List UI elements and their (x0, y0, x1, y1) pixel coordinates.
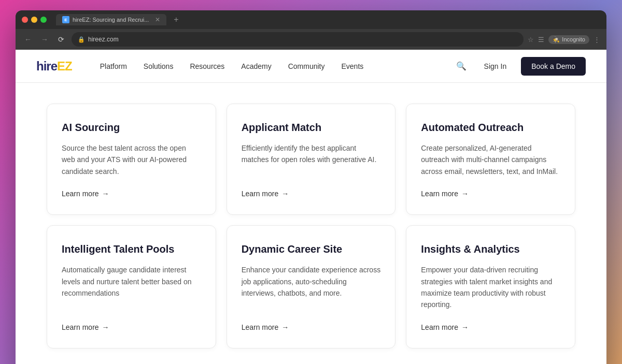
forward-button[interactable]: → (38, 33, 51, 46)
card-insights-analytics-desc: Empower your data-driven recruiting stra… (421, 264, 560, 311)
card-applicant-match: Applicant Match Efficiently identify the… (227, 104, 396, 215)
menu-icon[interactable]: ⋮ (593, 36, 600, 43)
arrow-icon: → (281, 323, 289, 331)
nav-solutions[interactable]: Solutions (136, 58, 181, 75)
maximize-window-button[interactable] (40, 17, 47, 23)
close-window-button[interactable] (22, 17, 28, 23)
card-applicant-match-desc: Efficiently identify the best applicant … (242, 142, 381, 177)
browser-titlebar: E hireEZ: Sourcing and Recrui... ✕ + (16, 10, 606, 29)
card-career-site: Dynamic Career Site Enhance your candida… (227, 225, 396, 348)
card-career-site-title: Dynamic Career Site (242, 242, 381, 256)
card-career-site-desc: Enhance your candidate experience across… (242, 264, 381, 311)
search-icon[interactable]: 🔍 (453, 58, 470, 74)
nav-resources[interactable]: Resources (182, 58, 232, 75)
card-ai-sourcing-desc: Source the best talent across the open w… (62, 142, 201, 177)
nav-community[interactable]: Community (281, 58, 332, 75)
card-automated-outreach-title: Automated Outreach (421, 121, 560, 134)
card-career-site-link[interactable]: Learn more → (242, 323, 381, 331)
card-automated-outreach-desc: Create personalized, AI-generated outrea… (421, 142, 560, 177)
card-applicant-match-title: Applicant Match (242, 121, 381, 134)
card-talent-pools-link-label: Learn more (62, 323, 99, 331)
minimize-window-button[interactable] (31, 17, 37, 23)
arrow-icon: → (102, 323, 109, 331)
tab-title: hireEZ: Sourcing and Recrui... (73, 17, 149, 23)
incognito-icon: 🕵 (553, 36, 560, 43)
logo-ez: EZ (57, 59, 72, 74)
card-insights-analytics-title: Insights & Analytics (421, 242, 560, 256)
card-ai-sourcing-link-label: Learn more (62, 190, 99, 198)
browser-toolbar: ← → ⟳ 🔒 hireez.com ☆ ☰ 🕵 Incognito ⋮ (16, 29, 606, 50)
card-automated-outreach-link-label: Learn more (421, 190, 458, 198)
card-insights-analytics-link-label: Learn more (421, 323, 458, 331)
arrow-icon: → (102, 190, 109, 198)
browser-window: E hireEZ: Sourcing and Recrui... ✕ + ← →… (16, 10, 606, 364)
card-insights-analytics: Insights & Analytics Empower your data-d… (406, 225, 575, 348)
extensions-icon[interactable]: ☰ (538, 36, 544, 43)
arrow-icon: → (281, 190, 289, 198)
page-content: hireEZ Platform Solutions Resources Acad… (16, 50, 606, 364)
card-talent-pools-desc: Automatically gauge candidate interest l… (62, 264, 201, 311)
tab-favicon: E (62, 16, 69, 23)
logo[interactable]: hireEZ (36, 59, 72, 74)
navbar: hireEZ Platform Solutions Resources Acad… (16, 50, 606, 83)
traffic-lights (22, 17, 47, 23)
card-talent-pools: Intelligent Talent Pools Automatically g… (47, 225, 216, 348)
incognito-label: Incognito (562, 36, 585, 42)
card-automated-outreach-link[interactable]: Learn more → (421, 190, 560, 198)
card-applicant-match-link-label: Learn more (242, 190, 279, 198)
arrow-icon: → (461, 323, 469, 331)
signin-button[interactable]: Sign In (476, 58, 515, 75)
card-talent-pools-link[interactable]: Learn more → (62, 323, 201, 331)
nav-links: Platform Solutions Resources Academy Com… (93, 58, 453, 75)
new-tab-button[interactable]: + (174, 15, 178, 24)
bookmark-icon[interactable]: ☆ (528, 36, 534, 43)
toolbar-right: ☆ ☰ 🕵 Incognito ⋮ (528, 35, 600, 44)
incognito-badge: 🕵 Incognito (548, 35, 589, 44)
lock-icon: 🔒 (78, 36, 85, 43)
card-ai-sourcing: AI Sourcing Source the best talent acros… (47, 104, 216, 215)
arrow-icon: → (461, 190, 469, 198)
card-ai-sourcing-title: AI Sourcing (62, 121, 201, 134)
back-button[interactable]: ← (22, 33, 34, 46)
nav-actions: 🔍 Sign In Book a Demo (453, 57, 586, 76)
card-insights-analytics-link[interactable]: Learn more → (421, 323, 560, 331)
browser-tab[interactable]: E hireEZ: Sourcing and Recrui... ✕ (56, 14, 166, 25)
nav-academy[interactable]: Academy (234, 58, 278, 75)
card-applicant-match-link[interactable]: Learn more → (242, 190, 381, 198)
nav-platform[interactable]: Platform (93, 58, 134, 75)
card-ai-sourcing-link[interactable]: Learn more → (62, 190, 201, 198)
address-bar[interactable]: 🔒 hireez.com (72, 32, 524, 47)
reload-button[interactable]: ⟳ (55, 33, 67, 46)
card-career-site-link-label: Learn more (242, 323, 279, 331)
book-demo-button[interactable]: Book a Demo (521, 57, 586, 76)
nav-events[interactable]: Events (334, 58, 371, 75)
card-automated-outreach: Automated Outreach Create personalized, … (406, 104, 575, 215)
address-text: hireez.com (88, 36, 119, 43)
card-talent-pools-title: Intelligent Talent Pools (62, 242, 201, 256)
main-content: AI Sourcing Source the best talent acros… (16, 83, 606, 364)
cards-grid: AI Sourcing Source the best talent acros… (47, 104, 575, 348)
logo-hire: hire (36, 59, 57, 74)
tab-close-button[interactable]: ✕ (155, 16, 160, 23)
